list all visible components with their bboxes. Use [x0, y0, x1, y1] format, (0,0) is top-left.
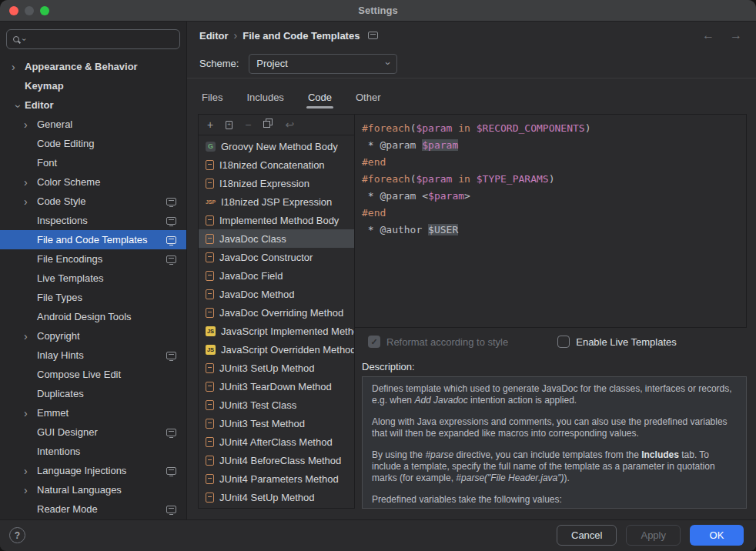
sidebar-item-appearance-behavior[interactable]: ›Appearance & Behavior: [0, 57, 186, 76]
template-options-row: ✓ Reformat according to style Enable Liv…: [355, 329, 747, 354]
check-icon: ✓: [370, 337, 377, 347]
sidebar-item-inlay-hints[interactable]: Inlay Hints: [0, 346, 186, 365]
sync-settings-icon: [166, 467, 176, 475]
file-template-icon: [206, 308, 214, 318]
cancel-button[interactable]: Cancel: [557, 525, 617, 546]
description-text[interactable]: Defines template which used to generate …: [362, 376, 747, 509]
breadcrumb-editor[interactable]: Editor: [199, 30, 229, 42]
template-list-item[interactable]: JavaDoc Method: [199, 285, 354, 303]
window-title: Settings: [0, 0, 756, 21]
sidebar-item-file-and-code-templates[interactable]: File and Code Templates: [0, 230, 186, 249]
apply-button[interactable]: Apply: [626, 525, 681, 546]
forward-button[interactable]: →: [730, 28, 742, 42]
sync-settings-icon: [368, 32, 378, 39]
file-template-icon: [206, 419, 214, 429]
sidebar-item-general[interactable]: ›General: [0, 115, 186, 134]
reformat-checkbox[interactable]: ✓: [368, 336, 380, 348]
file-template-icon: [206, 234, 214, 244]
tab-files[interactable]: Files: [200, 92, 224, 112]
template-list-item[interactable]: JavaDoc Constructor: [199, 248, 354, 266]
sidebar-item-gui-designer[interactable]: GUI Designer: [0, 422, 186, 442]
description-paragraph: Defines template which used to generate …: [372, 383, 737, 406]
search-input[interactable]: ›: [6, 29, 180, 49]
sidebar-item-android-design-tools[interactable]: Android Design Tools: [0, 307, 186, 326]
chevron-right-icon[interactable]: ›: [24, 485, 37, 496]
file-template-icon: [206, 437, 214, 447]
sidebar-item-file-encodings[interactable]: File Encodings: [0, 249, 186, 269]
sidebar-item-reader-mode[interactable]: Reader Mode: [0, 499, 186, 519]
sync-settings-icon: [166, 217, 176, 225]
sync-settings-icon: [166, 198, 176, 205]
chevron-right-icon[interactable]: ›: [24, 408, 37, 419]
sidebar-item-live-templates[interactable]: Live Templates: [0, 269, 186, 288]
template-list-item[interactable]: JUnit4 AfterClass Method: [199, 432, 354, 451]
sidebar-item-intentions[interactable]: Intentions: [0, 442, 186, 461]
template-list-toolbar: + − ↩: [199, 115, 354, 135]
sidebar-item-color-scheme[interactable]: ›Color Scheme: [0, 172, 186, 192]
tab-other[interactable]: Other: [354, 92, 383, 112]
help-button[interactable]: ?: [9, 527, 25, 543]
page-title: File and Code Templates: [243, 30, 360, 42]
chevron-right-icon[interactable]: ›: [24, 466, 37, 476]
ok-button[interactable]: OK: [690, 525, 744, 546]
template-list-item-selected[interactable]: JavaDoc Class: [199, 229, 354, 248]
sidebar-item-keymap[interactable]: Keymap: [0, 76, 186, 95]
template-list-item[interactable]: JUnit3 TearDown Method: [199, 377, 354, 396]
code-line: * @param $param: [362, 137, 746, 154]
template-list-item[interactable]: JavaDoc Field: [199, 266, 354, 285]
sidebar-item-code-style[interactable]: ›Code Style: [0, 192, 186, 211]
chevron-down-icon[interactable]: ›: [13, 99, 24, 112]
tab-code[interactable]: Code: [306, 92, 333, 112]
chevron-right-icon[interactable]: ›: [24, 119, 37, 130]
dialog-footer: ? Cancel Apply OK: [0, 519, 756, 550]
search-history-chevron-icon[interactable]: ›: [20, 38, 28, 40]
template-list-item[interactable]: GGroovy New Method Body: [199, 137, 354, 155]
chevron-down-icon: ›: [383, 62, 394, 65]
chevron-right-icon[interactable]: ›: [24, 196, 37, 207]
copy-template-button[interactable]: [263, 121, 270, 128]
sidebar-item-natural-languages[interactable]: ›Natural Languages: [0, 480, 186, 499]
template-list-item[interactable]: JavaDoc Overriding Method: [199, 303, 354, 322]
file-template-icon: [206, 271, 214, 281]
file-template-icon: [206, 363, 214, 373]
template-list-item[interactable]: I18nized Concatenation: [199, 155, 354, 174]
template-editor[interactable]: #foreach($param in $RECORD_COMPONENTS) *…: [355, 114, 747, 328]
sidebar-item-language-injections[interactable]: ›Language Injections: [0, 461, 186, 480]
sidebar-item-font[interactable]: Font: [0, 153, 186, 172]
create-template-button[interactable]: +: [207, 119, 213, 130]
sidebar-item-copyright[interactable]: ›Copyright: [0, 326, 186, 346]
sidebar-item-duplicates[interactable]: Duplicates: [0, 384, 186, 403]
template-list-item[interactable]: JUnit3 Test Method: [199, 414, 354, 432]
remove-template-button[interactable]: −: [245, 119, 251, 130]
template-list-item[interactable]: JUnit4 Parameters Method: [199, 469, 354, 488]
scheme-select[interactable]: Project ›: [249, 54, 397, 74]
template-list-item[interactable]: JUnit3 SetUp Method: [199, 359, 354, 377]
file-template-icon: [206, 400, 214, 410]
sidebar-item-emmet[interactable]: ›Emmet: [0, 403, 186, 422]
template-list-item[interactable]: JUnit4 SetUp Method: [199, 488, 354, 506]
sidebar-item-code-editing[interactable]: Code Editing: [0, 134, 186, 153]
template-list-item[interactable]: JSJavaScript Overridden Method: [199, 340, 354, 359]
tab-includes[interactable]: Includes: [245, 92, 285, 112]
scheme-row: Scheme: Project ›: [187, 49, 756, 78]
sidebar-item-editor[interactable]: ›Editor: [0, 95, 186, 115]
chevron-right-icon[interactable]: ›: [24, 177, 37, 188]
template-list-item[interactable]: I18nized Expression: [199, 174, 354, 192]
file-template-icon: [206, 474, 214, 484]
scheme-label: Scheme:: [199, 58, 239, 69]
template-list-item[interactable]: JUnit4 BeforeClass Method: [199, 451, 354, 469]
sidebar-item-compose-live-edit[interactable]: Compose Live Edit: [0, 365, 186, 384]
create-child-template-button[interactable]: [226, 121, 232, 129]
template-list-item[interactable]: JSJavaScript Implemented Method: [199, 322, 354, 340]
sidebar-item-inspections[interactable]: Inspections: [0, 211, 186, 230]
chevron-right-icon[interactable]: ›: [12, 62, 25, 72]
sidebar-item-file-types[interactable]: File Types: [0, 288, 186, 307]
sync-settings-icon: [166, 352, 176, 359]
template-list-item[interactable]: Implemented Method Body: [199, 211, 354, 229]
back-button[interactable]: ←: [702, 28, 714, 42]
reset-to-default-button[interactable]: ↩: [285, 119, 294, 130]
chevron-right-icon[interactable]: ›: [24, 331, 37, 342]
template-list-item[interactable]: JSPI18nized JSP Expression: [199, 192, 354, 211]
template-list-item[interactable]: JUnit3 Test Class: [199, 396, 354, 414]
enable-live-templates-checkbox[interactable]: [557, 336, 570, 348]
